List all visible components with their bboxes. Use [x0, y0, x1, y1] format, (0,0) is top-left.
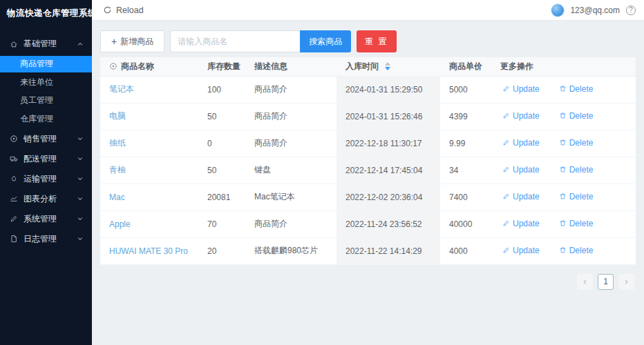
delete-button[interactable]: Delete — [559, 165, 594, 175]
reload-button[interactable]: Reload — [103, 6, 144, 15]
delete-label: Delete — [569, 246, 594, 255]
product-name-link[interactable]: 笔记本 — [109, 84, 134, 94]
stock-cell: 70 — [198, 210, 245, 237]
table-row: 笔记本100商品简介2024-01-31 15:29:505000UpdateD… — [100, 76, 636, 103]
table-header-row: 商品名称 库存数量 描述信息 入库时间 — [100, 57, 636, 76]
price-cell: 4000 — [440, 237, 491, 264]
product-name-search-input[interactable] — [170, 30, 300, 52]
price-cell: 5000 — [440, 76, 491, 103]
pencil-icon — [502, 112, 510, 119]
update-button[interactable]: Update — [502, 111, 540, 121]
sidebar-item-warehouse[interactable]: 仓库管理 — [0, 110, 92, 127]
sidebar-item-employees[interactable]: 员工管理 — [0, 92, 92, 109]
add-product-button[interactable]: + 新增商品 — [100, 30, 164, 52]
chart-icon — [10, 195, 18, 203]
delete-button[interactable]: Delete — [559, 138, 594, 148]
sidebar-item-label: 商品管理 — [20, 58, 53, 70]
question-circle-icon[interactable]: ? — [626, 6, 636, 15]
app-title: 物流快递仓库管理系统 — [0, 0, 92, 26]
delete-label: Delete — [569, 219, 594, 228]
toolbar: + 新增商品 搜索商品 重 置 — [100, 30, 636, 52]
delete-button[interactable]: Delete — [559, 84, 594, 94]
column-header-label: 商品名称 — [121, 61, 154, 72]
delete-button[interactable]: Delete — [559, 192, 594, 201]
update-button[interactable]: Update — [502, 165, 540, 175]
product-name-link[interactable]: 青柚 — [109, 165, 126, 175]
table-row: 青柚50键盘2022-12-14 17:45:0434UpdateDelete — [100, 157, 636, 184]
search-product-button[interactable]: 搜索商品 — [300, 30, 351, 52]
document-icon — [10, 235, 18, 243]
time-cell: 2022-12-18 11:30:17 — [337, 130, 440, 157]
chevron-up-icon — [77, 41, 84, 48]
update-label: Update — [513, 165, 540, 175]
product-name-link[interactable]: 抽纸 — [109, 138, 126, 148]
prev-page-button[interactable] — [577, 274, 593, 290]
home-icon — [10, 40, 18, 48]
sidebar-group-charts[interactable]: 图表分析 — [0, 189, 92, 209]
sidebar-item-label: 仓库管理 — [20, 113, 53, 125]
truck-icon — [10, 155, 18, 163]
delete-button[interactable]: Delete — [559, 246, 594, 255]
sidebar-group-logs[interactable]: 日志管理 — [0, 229, 92, 249]
stock-cell: 50 — [198, 157, 245, 184]
stock-cell: 20 — [198, 237, 245, 264]
update-label: Update — [513, 192, 540, 201]
stock-cell: 100 — [198, 76, 245, 103]
circle-dot-icon — [10, 135, 18, 143]
sidebar-group-basic[interactable]: 基础管理 — [0, 34, 92, 54]
chevron-down-icon — [77, 155, 84, 162]
sidebar-group-system[interactable]: 系统管理 — [0, 209, 92, 229]
product-name-link[interactable]: Mac — [109, 193, 125, 202]
topbar-right: 123@qq.com ? — [551, 4, 636, 17]
pen-icon — [10, 215, 18, 223]
column-header-actions: 更多操作 — [491, 57, 636, 76]
topbar: Reload 123@qq.com ? — [92, 0, 644, 21]
delete-button[interactable]: Delete — [559, 111, 594, 121]
desc-cell: 商品简介 — [245, 76, 337, 103]
delete-label: Delete — [569, 165, 594, 175]
main-area: Reload 123@qq.com ? + 新增商品 搜索商品 重 置 — [92, 0, 644, 345]
sidebar-group-sales[interactable]: 销售管理 — [0, 129, 92, 149]
update-button[interactable]: Update — [502, 138, 540, 148]
table-row: Mac20081Mac笔记本2022-12-02 20:36:047400Upd… — [100, 184, 636, 210]
droplet-icon — [10, 175, 18, 183]
update-button[interactable]: Update — [502, 246, 540, 255]
desc-cell: 商品简介 — [245, 130, 337, 157]
delete-button[interactable]: Delete — [559, 219, 594, 228]
trash-icon — [559, 139, 567, 146]
trash-icon — [559, 85, 567, 92]
sidebar-group-delivery[interactable]: 配送管理 — [0, 149, 92, 169]
chevron-down-icon — [77, 235, 84, 242]
trash-icon — [559, 193, 567, 200]
desc-cell: 商品简介 — [245, 103, 337, 130]
reset-button[interactable]: 重 置 — [357, 30, 396, 52]
avatar[interactable] — [551, 4, 564, 17]
trash-icon — [559, 166, 567, 173]
trash-icon — [559, 246, 567, 254]
sidebar-item-partners[interactable]: 来往单位 — [0, 74, 92, 90]
product-name-link[interactable]: Apple — [109, 219, 131, 229]
update-button[interactable]: Update — [502, 84, 540, 94]
time-cell: 2022-12-02 20:36:04 — [337, 184, 440, 210]
column-header-label: 入库时间 — [345, 61, 379, 72]
page-number-button[interactable]: 1 — [598, 274, 614, 290]
update-button[interactable]: Update — [502, 192, 540, 201]
sidebar-item-goods-mgmt[interactable]: 商品管理 — [0, 56, 92, 72]
sort-ascending-icon — [385, 62, 390, 66]
price-cell: 40000 — [440, 210, 491, 237]
next-page-button[interactable] — [618, 274, 634, 290]
pencil-icon — [502, 193, 510, 200]
stock-cell: 20081 — [198, 184, 245, 210]
desc-cell: 键盘 — [245, 157, 337, 184]
price-cell: 4399 — [440, 103, 491, 130]
product-name-link[interactable]: 电脑 — [109, 111, 126, 121]
plus-icon: + — [111, 36, 117, 47]
product-name-link[interactable]: HUWAI MATE 30 Pro — [109, 246, 188, 256]
sort-carets[interactable] — [385, 62, 390, 70]
sidebar-group-transport[interactable]: 运输管理 — [0, 169, 92, 189]
update-button[interactable]: Update — [502, 219, 540, 228]
chevron-down-icon — [77, 135, 84, 142]
desc-cell: 搭载麒麟980芯片 — [245, 237, 337, 264]
update-label: Update — [513, 111, 540, 121]
sidebar-group-label: 销售管理 — [23, 133, 77, 145]
